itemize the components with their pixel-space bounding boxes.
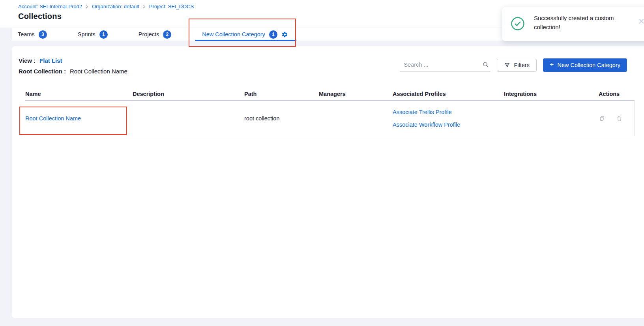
tab-teams[interactable]: Teams 3 [18,28,47,41]
toolbar: View : Flat List Root Collection : Root … [19,57,644,82]
column-header-managers: Managers [319,91,393,97]
table-header-row: Name Description Path Managers Associate… [25,88,635,101]
cell-actions [599,115,635,122]
associate-trellis-profile-link[interactable]: Associate Trellis Profile [393,106,504,118]
page-title: Collections [18,12,62,21]
cell-associated-profiles: Associate Trellis Profile Associate Work… [393,106,504,131]
tab-sprints[interactable]: Sprints 1 [78,28,108,41]
breadcrumb-separator: > [86,4,88,9]
copy-icon[interactable] [599,115,606,122]
breadcrumb-project[interactable]: Project: SEI_DOCS [149,4,194,9]
tab-sprints-label: Sprints [78,31,95,37]
tab-sprints-count-badge: 1 [99,30,108,39]
column-header-path: Path [244,91,319,97]
success-toast: Successfully created a custom collection… [502,7,644,41]
breadcrumb-separator: > [143,4,145,9]
breadcrumb-organization[interactable]: Organization: default [92,4,139,9]
delete-trash-icon[interactable] [616,115,623,122]
column-header-name: Name [25,91,133,97]
tab-teams-count-badge: 3 [39,30,47,39]
root-collection-value: Root Collection Name [70,68,127,75]
breadcrumb-account[interactable]: Account: SEI-Internal-Prod2 [18,4,82,9]
column-header-description: Description [133,91,244,97]
tab-projects-count-badge: 2 [163,30,171,39]
plus-icon: + [550,61,554,68]
breadcrumb: Account: SEI-Internal-Prod2 > Organizati… [18,4,194,9]
associate-workflow-profile-link[interactable]: Associate Workflow Profile [393,118,504,131]
funnel-icon [504,62,510,68]
content-card: View : Flat List Root Collection : Root … [12,46,644,318]
annotation-box-row-name [19,107,127,135]
search-box [400,59,490,71]
toast-message: Successfully created a custom collection… [534,13,628,32]
filters-button[interactable]: Filters [497,59,536,72]
search-icon [482,61,489,68]
new-collection-category-button-label: New Collection Category [557,62,620,68]
toolbar-right-tools: Filters + New Collection Category [400,58,627,72]
column-header-actions: Actions [599,91,635,97]
tab-projects-label: Projects [139,31,159,37]
filters-button-label: Filters [514,62,529,68]
success-check-icon [511,17,525,32]
column-header-associated-profiles: Associated Profiles [393,91,504,97]
flat-list-link[interactable]: Flat List [39,57,62,64]
root-collection-label: Root Collection : [19,68,66,75]
close-icon[interactable] [638,18,644,24]
search-input[interactable] [404,62,482,68]
column-header-integrations: Integrations [504,91,599,97]
annotation-box-tab [189,19,296,47]
tab-projects[interactable]: Projects 2 [139,28,171,41]
new-collection-category-button[interactable]: + New Collection Category [543,58,627,72]
view-label: View : [19,57,36,64]
cell-path: root collection [244,115,319,122]
tab-teams-label: Teams [18,31,35,37]
